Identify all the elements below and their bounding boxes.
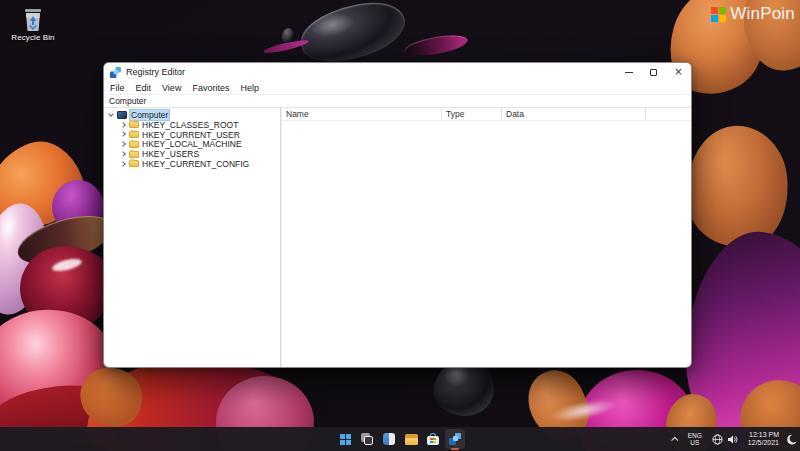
language-line2: US bbox=[690, 439, 699, 446]
system-tray: ENG US 12:13 PM 12/5/2021 bbox=[671, 427, 797, 451]
chevron-right-icon[interactable] bbox=[120, 151, 126, 157]
quick-settings-button[interactable] bbox=[710, 429, 740, 449]
tree-item-label: HKEY_CURRENT_USER bbox=[142, 130, 240, 140]
winpoin-watermark: WinPoin bbox=[711, 4, 795, 24]
folder-icon bbox=[129, 131, 139, 138]
recycle-bin-shortcut[interactable]: Recycle Bin bbox=[2, 6, 64, 42]
wallpaper-shape bbox=[296, 0, 410, 68]
winpoin-logo-icon bbox=[711, 7, 726, 22]
tree-item-hkey-current-user[interactable]: HKEY_CURRENT_USER bbox=[104, 130, 280, 140]
close-button[interactable]: × bbox=[666, 63, 691, 81]
task-view-button[interactable] bbox=[357, 429, 377, 449]
menu-favorites[interactable]: Favorites bbox=[192, 83, 229, 93]
file-explorer-button[interactable] bbox=[401, 429, 421, 449]
folder-icon bbox=[129, 121, 139, 128]
menu-bar: File Edit View Favorites Help bbox=[104, 81, 691, 95]
chevron-up-icon bbox=[671, 436, 678, 443]
taskbar-center bbox=[335, 427, 465, 451]
window-title: Registry Editor bbox=[126, 67, 185, 77]
registry-editor-icon bbox=[110, 67, 121, 78]
window-body: Computer HKEY_CLASSES_ROOT HKEY_CURRENT_… bbox=[104, 108, 691, 367]
moon-focus-icon bbox=[787, 434, 797, 445]
tree-item-hkey-classes-root[interactable]: HKEY_CLASSES_ROOT bbox=[104, 120, 280, 130]
chevron-right-icon[interactable] bbox=[120, 122, 126, 128]
menu-help[interactable]: Help bbox=[240, 83, 259, 93]
file-explorer-icon bbox=[405, 434, 418, 445]
maximize-icon bbox=[650, 69, 657, 76]
tree-item-hkey-current-config[interactable]: HKEY_CURRENT_CONFIG bbox=[104, 159, 280, 169]
language-indicator: ENG US bbox=[688, 432, 702, 446]
window-controls: × bbox=[616, 63, 691, 81]
microsoft-store-button[interactable] bbox=[423, 429, 443, 449]
registry-editor-window: Registry Editor × File Edit View Favorit… bbox=[103, 62, 692, 368]
widgets-button[interactable] bbox=[379, 429, 399, 449]
tree-item-hkey-local-machine[interactable]: HKEY_LOCAL_MACHINE bbox=[104, 139, 280, 149]
menu-view[interactable]: View bbox=[162, 83, 181, 93]
recycle-bin-icon bbox=[21, 6, 45, 32]
desktop: Recycle Bin WinPoin Registry Editor × Fi… bbox=[0, 0, 800, 451]
language-line1: ENG bbox=[688, 432, 702, 439]
windows-logo-icon bbox=[340, 434, 351, 445]
active-app-indicator bbox=[451, 448, 459, 450]
column-header-type[interactable]: Type bbox=[442, 108, 502, 120]
tree-item-computer[interactable]: Computer bbox=[104, 110, 280, 120]
network-globe-icon bbox=[712, 434, 723, 445]
column-header-data[interactable]: Data bbox=[502, 108, 646, 120]
list-body[interactable] bbox=[282, 121, 691, 367]
tree-item-label: HKEY_CURRENT_CONFIG bbox=[142, 159, 249, 169]
tree-item-label: HKEY_USERS bbox=[142, 149, 199, 159]
tray-time: 12:13 PM bbox=[749, 431, 779, 439]
folder-icon bbox=[129, 160, 139, 167]
registry-editor-icon bbox=[449, 433, 461, 445]
address-text: Computer bbox=[109, 96, 146, 106]
chevron-right-icon[interactable] bbox=[120, 161, 126, 167]
start-button[interactable] bbox=[335, 429, 355, 449]
winpoin-text: WinPoin bbox=[730, 4, 795, 24]
chevron-down-icon[interactable] bbox=[108, 111, 114, 117]
close-icon: × bbox=[674, 67, 682, 77]
wallpaper-shape bbox=[679, 120, 795, 254]
wallpaper-shape bbox=[403, 32, 469, 60]
computer-icon bbox=[117, 111, 127, 119]
list-header: Name Type Data bbox=[282, 108, 691, 121]
folder-icon bbox=[129, 141, 139, 148]
clock: 12:13 PM 12/5/2021 bbox=[748, 431, 779, 447]
folder-icon bbox=[129, 151, 139, 158]
tree-pane[interactable]: Computer HKEY_CLASSES_ROOT HKEY_CURRENT_… bbox=[104, 108, 280, 367]
maximize-button[interactable] bbox=[641, 63, 666, 81]
language-switcher[interactable]: ENG US bbox=[686, 429, 704, 449]
address-bar[interactable]: Computer bbox=[104, 95, 691, 108]
tray-expand-button[interactable] bbox=[671, 429, 680, 449]
taskbar: ENG US 12:13 PM 12/5/2021 bbox=[0, 427, 800, 451]
minimize-button[interactable] bbox=[616, 63, 641, 81]
registry-editor-taskbar-button[interactable] bbox=[445, 429, 465, 449]
chevron-right-icon[interactable] bbox=[120, 141, 126, 147]
tree-item-label: Computer bbox=[130, 110, 169, 120]
tree-item-label: HKEY_LOCAL_MACHINE bbox=[142, 139, 242, 149]
speaker-icon bbox=[727, 434, 738, 445]
microsoft-store-icon bbox=[427, 433, 439, 445]
column-header-filler bbox=[646, 108, 691, 120]
clock-button[interactable]: 12:13 PM 12/5/2021 bbox=[746, 429, 781, 449]
menu-file[interactable]: File bbox=[110, 83, 125, 93]
list-pane: Name Type Data bbox=[282, 108, 691, 367]
recycle-bin-label: Recycle Bin bbox=[2, 33, 64, 42]
tree-item-label: HKEY_CLASSES_ROOT bbox=[142, 120, 238, 130]
chevron-right-icon[interactable] bbox=[120, 132, 126, 138]
minimize-icon bbox=[625, 72, 633, 73]
tree-item-hkey-users[interactable]: HKEY_USERS bbox=[104, 149, 280, 159]
task-view-icon bbox=[361, 433, 373, 445]
column-header-name[interactable]: Name bbox=[282, 108, 442, 120]
widgets-icon bbox=[383, 433, 395, 445]
menu-edit[interactable]: Edit bbox=[136, 83, 152, 93]
tray-date: 12/5/2021 bbox=[748, 439, 779, 447]
titlebar[interactable]: Registry Editor × bbox=[104, 63, 691, 81]
